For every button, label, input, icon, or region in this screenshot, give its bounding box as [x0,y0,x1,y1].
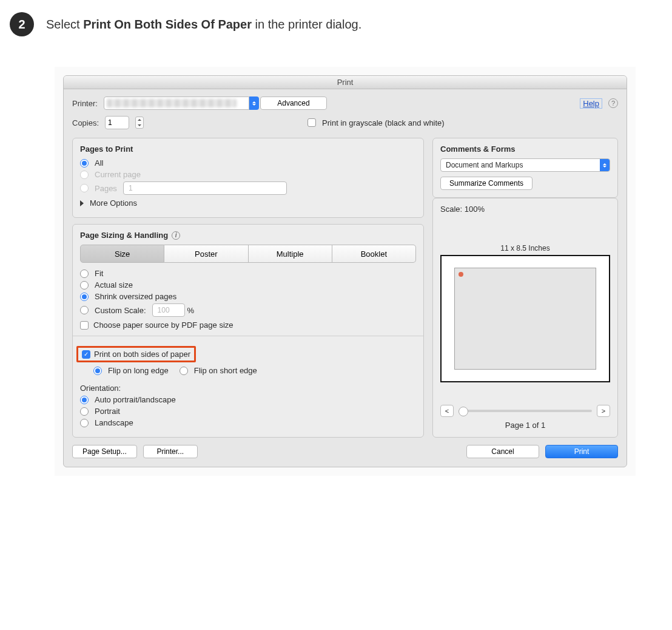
highlighted-option: Print on both sides of paper [76,346,196,362]
dialog-titlebar: Print [64,76,627,89]
pages-all-label: All [95,158,103,168]
printer-name-redacted [104,97,249,110]
actual-size-radio[interactable] [80,281,89,290]
step-number-badge: 2 [10,12,34,36]
preview-dimensions: 11 x 8.5 Inches [440,244,610,252]
instruction-prefix: Select [46,18,83,31]
page-setup-button[interactable]: Page Setup... [72,445,137,458]
tab-poster[interactable]: Poster [164,245,248,263]
comments-dropdown[interactable]: Document and Markups [440,158,610,172]
pages-current-radio[interactable] [80,171,89,179]
sizing-tabs: Size Poster Multiple Booklet [80,245,416,263]
fit-label: Fit [95,269,103,278]
pages-range-radio[interactable] [80,184,89,192]
pages-to-print-panel: Pages to Print All Current page Pages Mo… [72,138,424,218]
instruction-bold: Print On Both Sides Of Paper [83,18,252,31]
preview-thumbnail [440,255,610,382]
flip-short-label: Flip on short edge [194,366,257,375]
screenshot-container: Print Printer: Advanced Help ? Copies: P… [55,67,636,476]
flip-long-label: Flip on long edge [108,366,169,375]
flip-long-radio[interactable] [93,367,102,375]
summarize-comments-button[interactable]: Summarize Comments [440,177,533,190]
orient-portrait-radio[interactable] [80,407,89,416]
comments-dropdown-value: Document and Markups [446,159,523,171]
page-slider[interactable] [459,410,592,412]
pages-current-label: Current page [95,170,141,179]
grayscale-label: Print in grayscale (black and white) [322,118,445,127]
preview-panel: Scale: 100% 11 x 8.5 Inches < > Page 1 o… [432,198,618,438]
printer-select[interactable] [104,97,254,110]
pages-all-radio[interactable] [80,159,89,168]
actual-size-label: Actual size [95,280,133,290]
cancel-button[interactable]: Cancel [466,445,539,458]
both-sides-label: Print on both sides of paper [94,350,190,359]
scale-label: Scale: 100% [440,205,610,214]
copies-input[interactable] [105,116,129,129]
paper-source-label: Choose paper source by PDF page size [93,320,234,330]
tab-size[interactable]: Size [80,245,164,263]
instruction-suffix: in the printer dialog. [252,18,361,31]
tab-multiple[interactable]: Multiple [249,245,332,263]
copies-stepper[interactable] [135,117,144,129]
advanced-button[interactable]: Advanced [260,97,327,110]
chevron-updown-icon [600,159,610,171]
help-link[interactable]: Help [580,98,602,109]
custom-scale-input[interactable] [152,303,185,317]
instruction-row: 2 Select Print On Both Sides Of Paper in… [0,0,672,42]
pages-panel-title: Pages to Print [80,144,416,154]
paper-source-checkbox[interactable] [80,321,89,330]
fit-radio[interactable] [80,269,89,278]
printer-label: Printer: [72,99,98,108]
help-icon[interactable]: ? [608,98,618,108]
percent-label: % [187,306,195,315]
orientation-title: Orientation: [80,384,416,393]
next-page-button[interactable]: > [597,405,610,417]
chevron-updown-icon [249,97,259,110]
disclosure-arrow-icon[interactable] [80,200,84,206]
comments-panel: Comments & Forms Document and Markups Su… [432,138,618,198]
custom-scale-radio[interactable] [80,306,89,314]
comments-panel-title: Comments & Forms [440,144,610,154]
page-indicator: Page 1 of 1 [440,421,610,430]
orient-auto-radio[interactable] [80,396,89,404]
orient-landscape-label: Landscape [95,418,133,427]
shrink-radio[interactable] [80,293,89,301]
copies-label: Copies: [72,118,99,127]
instruction-text: Select Print On Both Sides Of Paper in t… [46,18,361,32]
more-options-label[interactable]: More Options [90,198,137,208]
sizing-panel: Page Sizing & Handling i Size Poster Mul… [72,224,424,438]
shrink-label: Shrink oversized pages [95,292,176,301]
info-icon[interactable]: i [172,231,180,240]
custom-scale-label: Custom Scale: [95,306,146,315]
flip-short-radio[interactable] [180,367,188,375]
pages-range-input[interactable] [123,181,287,195]
orient-portrait-label: Portrait [95,407,120,416]
tab-booklet[interactable]: Booklet [332,245,416,263]
print-button[interactable]: Print [545,445,618,458]
print-dialog: Print Printer: Advanced Help ? Copies: P… [63,75,627,467]
sizing-panel-title: Page Sizing & Handling [80,231,168,240]
printer-button[interactable]: Printer... [143,445,198,458]
both-sides-checkbox[interactable] [82,350,90,359]
pages-range-label: Pages [95,184,117,193]
grayscale-checkbox[interactable] [307,118,316,127]
orient-landscape-radio[interactable] [80,419,89,427]
orient-auto-label: Auto portrait/landscape [95,395,176,404]
prev-page-button[interactable]: < [440,405,454,417]
